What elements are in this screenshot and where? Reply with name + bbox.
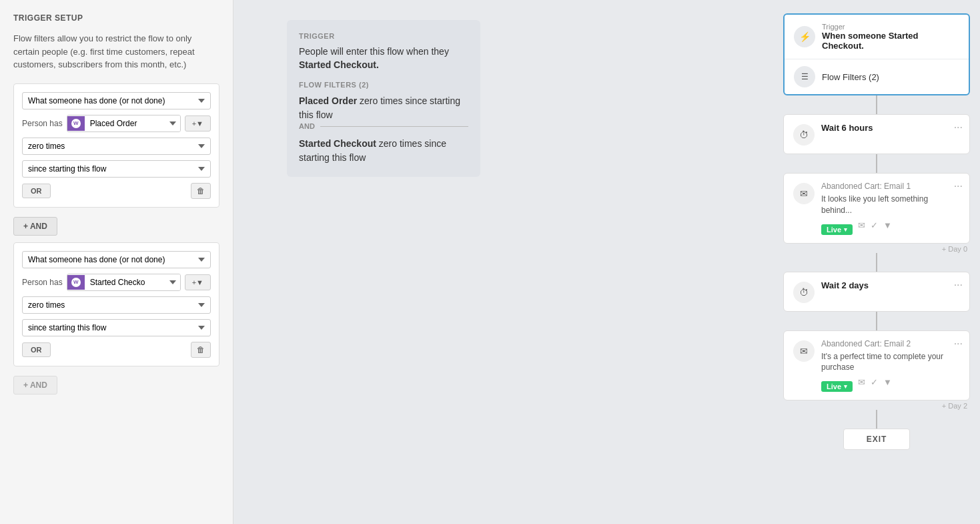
envelope-icon-2: ✉	[800, 346, 808, 356]
trigger-summary-card: TRIGGER People will enter this flow when…	[287, 20, 480, 177]
delete-button-1[interactable]: 🗑	[191, 183, 211, 199]
woo-select-2[interactable]: W Started Checko	[67, 274, 181, 291]
email-action-icon-2a[interactable]: ✉	[858, 377, 865, 392]
trigger-box-title: Trigger	[822, 23, 959, 31]
add-filter-btn-1[interactable]: +▼	[185, 115, 211, 132]
email-action-icon-2c[interactable]: ▼	[883, 377, 892, 392]
wait-menu-2[interactable]: ···	[954, 279, 963, 291]
live-badge-2[interactable]: Live	[821, 381, 853, 392]
or-button-2[interactable]: OR	[22, 342, 51, 357]
envelope-icon-1: ✉	[800, 188, 808, 199]
condition-select-2[interactable]: What someone has done (or not done)	[22, 251, 211, 268]
connector-1	[876, 95, 877, 114]
email-menu-2[interactable]: ···	[954, 338, 963, 350]
woo-icon-1: W	[71, 119, 81, 128]
woo-action-select-1[interactable]: Placed Order	[85, 115, 180, 132]
email-action-icon-1c[interactable]: ▼	[883, 220, 892, 235]
email-node-2: ✉ Abandoned Cart: Email 2 It's a perfect…	[783, 330, 970, 401]
wait-menu-1[interactable]: ···	[954, 121, 963, 134]
filter-block-2: What someone has done (or not done) Pers…	[13, 242, 219, 366]
condition-row-1: What someone has done (or not done)	[22, 92, 211, 109]
person-has-row-1: Person has W Placed Order +▼	[22, 115, 211, 132]
trigger-box-header: ⚡ Trigger When someone Started Checkout.	[785, 15, 969, 59]
flow-panel: ⚡ Trigger When someone Started Checkout.…	[773, 0, 980, 524]
trigger-bold: Started Checkout.	[299, 59, 379, 70]
and-divider: AND	[299, 122, 468, 130]
trigger-summary-text: People will enter this flow when they St…	[299, 45, 468, 71]
add-filter-btn-2[interactable]: +▼	[185, 274, 211, 290]
and-label: AND	[299, 122, 315, 130]
email-actions-1: Live ✉ ✓ ▼	[821, 220, 960, 235]
filter-summary-2: Started Checkout zero times since starti…	[299, 137, 468, 165]
trigger-box: ⚡ Trigger When someone Started Checkout.…	[783, 13, 970, 95]
person-has-label-2: Person has	[22, 278, 63, 287]
trigger-box-subtitle: When someone Started Checkout.	[822, 31, 959, 51]
trigger-icon: ⚡	[794, 26, 815, 47]
woo-icon-2: W	[71, 278, 81, 287]
trigger-label: TRIGGER	[299, 32, 468, 40]
divider-line	[320, 126, 468, 127]
since-row-2: since starting this flow	[22, 319, 211, 336]
filter-summary-1: Placed Order zero times since starting t…	[299, 94, 468, 122]
wait-icon-2: ⏱	[793, 282, 815, 303]
email-action-icon-1b[interactable]: ✓	[871, 220, 878, 235]
subtitle-text: When someone	[822, 31, 889, 41]
connector-4	[876, 312, 877, 330]
clock-icon-1: ⏱	[799, 129, 809, 140]
lightning-icon: ⚡	[799, 31, 811, 42]
clock-icon-2: ⏱	[799, 287, 809, 298]
email-content-2: Abandoned Cart: Email 2 It's a perfect t…	[821, 339, 960, 392]
email-title-1: Abandoned Cart: Email 1	[821, 182, 960, 191]
wait-node-2: ⏱ Wait 2 days ···	[783, 272, 970, 312]
email-desc-1: It looks like you left something behind.…	[821, 194, 960, 216]
wait-content-2: Wait 2 days	[821, 280, 960, 290]
since-select-2[interactable]: since starting this flow	[22, 319, 211, 336]
trigger-text-1: People will enter this flow when they	[299, 46, 449, 57]
panel-title: TRIGGER SETUP	[13, 13, 219, 23]
live-badge-1[interactable]: Live	[821, 224, 853, 235]
filter-box-text: Flow Filters (2)	[822, 72, 879, 82]
email-title-2: Abandoned Cart: Email 2	[821, 339, 960, 348]
email-node-1: ✉ Abandoned Cart: Email 1 It looks like …	[783, 173, 970, 244]
left-panel: TRIGGER SETUP Flow filters allow you to …	[0, 0, 233, 524]
times-select-2[interactable]: zero times	[22, 296, 211, 314]
email-content-1: Abandoned Cart: Email 1 It looks like yo…	[821, 182, 960, 235]
email-action-icon-1a[interactable]: ✉	[858, 220, 865, 235]
woo-action-select-2[interactable]: Started Checko	[85, 274, 180, 290]
exit-box: EXIT	[843, 429, 910, 450]
condition-row-2: What someone has done (or not done)	[22, 251, 211, 268]
or-button-1[interactable]: OR	[22, 184, 51, 198]
main-canvas: TRIGGER People will enter this flow when…	[233, 0, 773, 524]
filter-actions-2: OR 🗑	[22, 342, 211, 358]
wait-content-1: Wait 6 hours	[821, 123, 960, 133]
filters-label: FLOW FILTERS (2)	[299, 81, 468, 89]
person-has-row-2: Person has W Started Checko +▼	[22, 274, 211, 291]
woo-select-1[interactable]: W Placed Order	[67, 115, 181, 132]
times-row-2: zero times	[22, 296, 211, 314]
email-action-icon-2b[interactable]: ✓	[871, 377, 878, 392]
day-label-1: + Day 0	[783, 245, 970, 253]
and-button-2[interactable]: + AND	[13, 376, 57, 395]
list-icon: ☰	[801, 72, 809, 81]
condition-select-1[interactable]: What someone has done (or not done)	[22, 92, 211, 109]
connector-3	[876, 253, 877, 272]
filter-block-1: What someone has done (or not done) Pers…	[13, 83, 219, 208]
filter-icon: ☰	[794, 66, 815, 87]
wait-text-1: Wait 6 hours	[821, 123, 960, 133]
filter2-bold: Started Checkout	[299, 138, 376, 149]
wait-node-1: ⏱ Wait 6 hours ···	[783, 114, 970, 154]
email-icon-2: ✉	[793, 340, 815, 362]
email-menu-1[interactable]: ···	[954, 180, 963, 192]
filter1-bold: Placed Order	[299, 95, 357, 106]
email-desc-2: It's a perfect time to complete your pur…	[821, 351, 960, 374]
wait-icon-1: ⏱	[793, 124, 815, 146]
since-select-1[interactable]: since starting this flow	[22, 160, 211, 178]
and-button-1[interactable]: + AND	[13, 217, 57, 236]
person-has-label-1: Person has	[22, 119, 63, 128]
times-select-1[interactable]: zero times	[22, 138, 211, 155]
filter-actions-1: OR 🗑	[22, 183, 211, 199]
panel-description: Flow filters allow you to restrict the f…	[13, 32, 219, 71]
delete-button-2[interactable]: 🗑	[191, 342, 211, 358]
trigger-filter-row: ☰ Flow Filters (2)	[785, 59, 969, 94]
woo-badge-2: W	[67, 275, 85, 290]
